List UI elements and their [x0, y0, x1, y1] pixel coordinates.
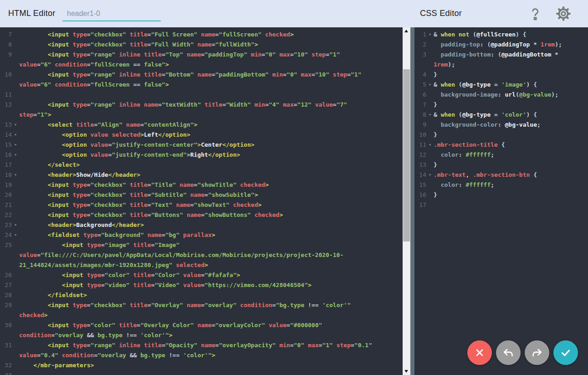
code-line: 2 padding-top: (@paddingTop * 1rem); — [414, 40, 588, 50]
fold-arrow-icon[interactable]: ▼ — [12, 220, 19, 230]
code-line: 28 </fieldset> — [0, 290, 403, 300]
html-editor-title: HTML Editor — [8, 9, 56, 18]
code-line: 18▼ <header>Show/Hide</header> — [0, 170, 403, 180]
redo-button[interactable] — [525, 340, 549, 365]
code-line: 29 <input type="checkbox" title="Overlay… — [0, 300, 403, 310]
scroll-down-arrow-icon[interactable] — [403, 368, 410, 375]
code-line: 14▼ <option value selected>Left</option> — [0, 130, 403, 140]
block-name-input[interactable] — [62, 6, 161, 21]
code-line: step="1"> — [0, 110, 403, 120]
fold-arrow-icon[interactable]: ▼ — [12, 230, 19, 240]
code-line: 4} — [414, 70, 588, 80]
code-line: value="0.4" condition="overlay && bg.typ… — [0, 350, 403, 360]
fold-arrow-icon[interactable]: ▼ — [426, 110, 434, 120]
html-code: 7 <input type="checkbox" title="Full Scr… — [0, 27, 403, 375]
code-line: 17 — [414, 200, 588, 210]
code-line: 13} — [414, 160, 588, 170]
code-line: value="6" condition="fullScreen == false… — [0, 80, 403, 90]
topbar: HTML Editor CSS Editor — [0, 0, 588, 27]
code-line: 8 <input type="checkbox" title="Full Wid… — [0, 40, 403, 50]
code-line: 14▼.mbr-text, .mbr-section-btn { — [414, 170, 588, 180]
css-editor-panel[interactable]: 1▼& when not (@fullScreen) {2 padding-to… — [414, 27, 588, 375]
gear-icon[interactable] — [556, 6, 571, 21]
fold-arrow-icon[interactable]: ▼ — [426, 30, 434, 40]
fold-arrow-icon[interactable]: ▼ — [426, 170, 434, 180]
redo-arrow-icon — [531, 347, 543, 359]
code-line: 13▼ <select title="Align" name="contentA… — [0, 120, 403, 130]
code-line: 7} — [414, 100, 588, 110]
css-code: 1▼& when not (@fullScreen) {2 padding-to… — [414, 27, 588, 210]
fold-arrow-icon[interactable]: ▼ — [426, 80, 434, 90]
code-line: 16} — [414, 190, 588, 200]
code-line: 33 — [0, 370, 403, 375]
code-line: 10 <input type="range" inline title="Bot… — [0, 70, 403, 80]
code-line: 27 <input type="video" title="Video" val… — [0, 280, 403, 290]
code-line: 9 <input type="range" inline title="Top"… — [0, 50, 403, 60]
code-line: 3 padding-bottom: (@paddingBottom * — [414, 50, 588, 60]
code-line: 15▼ <option value="justify-content-cente… — [0, 140, 403, 150]
code-line: condition="overlay && bg.type !== 'color… — [0, 330, 403, 340]
code-line: 26 <input type="color" title="Color" val… — [0, 270, 403, 280]
code-line: 6 background-image: url(@bg-value); — [414, 90, 588, 100]
html-editor-panel[interactable]: 7 <input type="checkbox" title="Full Scr… — [0, 27, 403, 375]
code-line: 17 </select> — [0, 160, 403, 170]
undo-button[interactable] — [496, 340, 521, 365]
css-editor-title: CSS Editor — [420, 9, 462, 18]
code-line: 22 <input type="checkbox" title="Buttons… — [0, 210, 403, 220]
action-buttons — [467, 340, 578, 365]
checkmark-icon — [560, 347, 572, 359]
code-line: 11▼.mbr-section-title { — [414, 140, 588, 150]
code-line: 16▼ <option value="justify-content-end">… — [0, 150, 403, 160]
code-line: checked> — [0, 310, 403, 320]
html-editor-scrollbar[interactable] — [403, 27, 410, 375]
code-line: 21 <input type="checkbox" title="Text" n… — [0, 200, 403, 210]
code-line: 10} — [414, 130, 588, 140]
fold-arrow-icon[interactable]: ▼ — [12, 120, 19, 130]
code-line: value="6" condition="fullScreen == false… — [0, 60, 403, 70]
scroll-up-arrow-icon[interactable] — [403, 27, 410, 35]
code-line: 1rem); — [414, 60, 588, 70]
code-line: 25 <input type="image" title="Image" — [0, 240, 403, 250]
code-line: 20 <input type="checkbox" title="Subtitl… — [0, 190, 403, 200]
code-line: 7 <input type="checkbox" title="Full Scr… — [0, 30, 403, 40]
code-line: 21_144824/assets/images/mbr-1920x1280.jp… — [0, 260, 403, 270]
code-line: 23▼ <header>Background</header> — [0, 220, 403, 230]
fold-arrow-icon[interactable]: ▼ — [12, 170, 19, 180]
code-line: 12 <input type="range" inline name="text… — [0, 100, 403, 110]
code-line: 11 — [0, 90, 403, 100]
fold-arrow-icon[interactable]: ▼ — [12, 150, 19, 160]
code-line: 30 <input type="color" title="Overlay Co… — [0, 320, 403, 330]
code-line: 24▼ <fieldset type="background" name="bg… — [0, 230, 403, 240]
code-line: 19 <input type="checkbox" title="Title" … — [0, 180, 403, 190]
code-line: 15 color: #ffffff; — [414, 180, 588, 190]
code-line: 31 <input type="range" inline title="Opa… — [0, 340, 403, 350]
code-line: 8▼& when (@bg-type = 'color') { — [414, 110, 588, 120]
scrollbar-thumb[interactable] — [403, 69, 410, 241]
code-line: 12 color: #ffffff; — [414, 150, 588, 160]
code-line: 32 </mbr-parameters> — [0, 360, 403, 370]
code-line: value="file:///C:/Users/pavel/AppData/Lo… — [0, 250, 403, 260]
cancel-button[interactable] — [467, 340, 492, 365]
code-line: 1▼& when not (@fullScreen) { — [414, 30, 588, 40]
code-line: 5▼& when (@bg-type = 'image') { — [414, 80, 588, 90]
confirm-button[interactable] — [553, 340, 578, 365]
panel-divider — [410, 27, 414, 375]
undo-arrow-icon — [502, 347, 514, 359]
fold-arrow-icon[interactable]: ▼ — [12, 130, 19, 140]
fold-arrow-icon[interactable]: ▼ — [12, 140, 19, 150]
help-icon[interactable] — [527, 6, 543, 21]
x-cross-icon — [474, 347, 485, 358]
fold-arrow-icon[interactable]: ▼ — [426, 140, 434, 150]
code-line: 9 background-color: @bg-value; — [414, 120, 588, 130]
